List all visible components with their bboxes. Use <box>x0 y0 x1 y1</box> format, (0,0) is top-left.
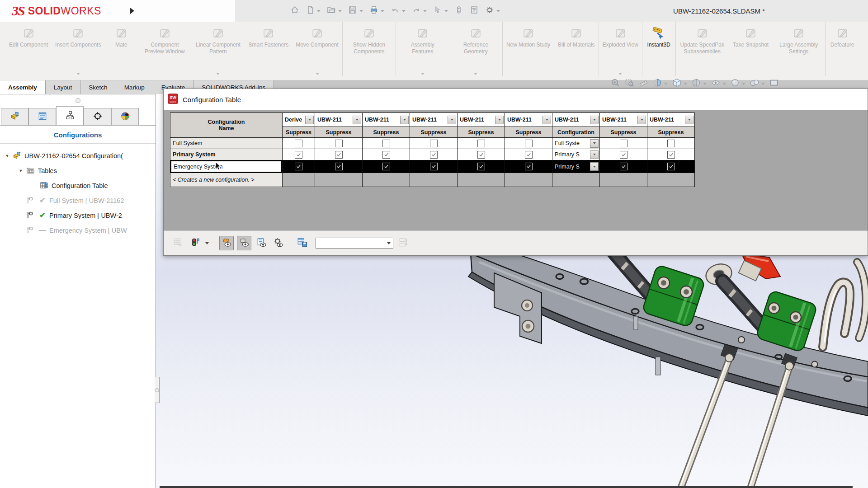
dropdown-button[interactable] <box>590 139 599 148</box>
home-button[interactable] <box>288 4 301 18</box>
config-row-primary-system[interactable]: Primary System <box>170 149 282 160</box>
redo-button[interactable] <box>410 4 429 18</box>
expander-icon[interactable]: ▼ <box>18 169 24 173</box>
ribbon-exploded-view-button[interactable]: Exploded View <box>599 22 642 76</box>
ribbon-insert-components-button[interactable]: Insert Components <box>52 22 104 76</box>
new-configuration-row[interactable]: < Creates a new configuration. > <box>170 173 282 187</box>
open-button[interactable] <box>325 4 344 18</box>
save-table-view-button[interactable] <box>295 236 309 250</box>
dropdown-button[interactable] <box>590 162 599 171</box>
suppress-checkbox[interactable] <box>335 140 343 147</box>
new-document-button[interactable] <box>304 4 322 18</box>
ribbon-move-component-button[interactable]: Move Component <box>292 22 343 76</box>
dropdown-arrow-icon[interactable] <box>402 10 406 12</box>
table-view-combo[interactable] <box>316 238 393 249</box>
dropdown-arrow-icon[interactable] <box>722 83 726 85</box>
ribbon-take-snapshot-button[interactable]: Take Snapshot <box>729 22 772 76</box>
suppress-checkbox[interactable] <box>382 151 390 159</box>
dropdown-arrow-icon[interactable] <box>317 10 321 12</box>
table-settings-button[interactable] <box>271 236 285 250</box>
dropdown-button[interactable] <box>305 116 314 124</box>
column-header-dropdown[interactable]: UBW-211 <box>600 113 647 127</box>
dropdown-arrow-icon[interactable] <box>703 83 707 85</box>
dropdown-button[interactable] <box>685 116 693 124</box>
config-row-full-system[interactable]: Full System <box>170 138 282 149</box>
dropdown-arrow-icon[interactable] <box>444 10 448 12</box>
dropdown-arrow-icon[interactable] <box>423 10 427 12</box>
menu-flyout-arrow[interactable] <box>130 8 134 14</box>
configuration-dropdown-cell[interactable]: Primary S <box>552 160 599 173</box>
section-view-button[interactable] <box>652 78 668 89</box>
zoom-fit-button[interactable] <box>610 78 620 89</box>
suppress-checkbox[interactable] <box>335 151 343 159</box>
featuremanager-tab[interactable] <box>1 108 28 125</box>
chevron-down-icon[interactable] <box>387 242 391 244</box>
chevron-down-icon[interactable] <box>474 73 477 75</box>
column-header-dropdown[interactable]: Derive <box>283 113 315 127</box>
column-header-dropdown[interactable]: UBW-211 <box>647 113 694 127</box>
config-row-emergency-system[interactable]: Emergency System <box>170 160 282 173</box>
column-header-dropdown[interactable]: UBW-211 <box>505 113 552 127</box>
splitter-grip-icon[interactable] <box>75 98 80 103</box>
ribbon-new-motion-study-button[interactable]: New Motion Study <box>503 22 554 76</box>
ribbon-instant3d-button[interactable]: Instant3D <box>642 22 676 76</box>
dropdown-arrow-icon[interactable] <box>664 83 668 85</box>
dropdown-arrow-icon[interactable] <box>338 10 342 12</box>
measure-button[interactable] <box>638 78 648 89</box>
select-button[interactable] <box>431 4 450 18</box>
hide-suppressed-features-toggle[interactable] <box>219 236 234 250</box>
suppress-checkbox[interactable] <box>382 140 390 147</box>
suppress-checkbox[interactable] <box>295 140 302 147</box>
ribbon-mate-button[interactable]: Mate <box>104 22 138 76</box>
dropdown-button[interactable] <box>590 150 599 159</box>
options-button[interactable] <box>483 4 502 18</box>
tree-item-full-system-ubw-21162[interactable]: ✔Full System [ UBW-21162 <box>0 193 156 208</box>
dropdown-arrow-icon[interactable] <box>742 83 745 85</box>
dropdown-arrow-icon[interactable] <box>359 10 363 12</box>
sort-button[interactable] <box>396 236 410 250</box>
view-orientation-button[interactable] <box>672 78 687 89</box>
show-parameters-button[interactable] <box>255 236 268 250</box>
tree-item-ubw-21162-02654-configuration[interactable]: ▼UBW-21162-02654 Configuration( <box>0 148 156 163</box>
configuration-dropdown-cell[interactable]: Full Syste <box>552 138 599 149</box>
suppress-checkbox[interactable] <box>477 163 485 170</box>
column-header-dropdown[interactable]: UBW-211 <box>363 113 410 127</box>
file-properties-button[interactable] <box>468 4 481 18</box>
panel-side-splitter[interactable] <box>155 377 160 403</box>
ribbon-large-assembly-settings-button[interactable]: Large Assembly Settings <box>772 22 826 76</box>
ribbon-component-preview-window-button[interactable]: Component Preview Window <box>138 22 191 76</box>
scene-button[interactable] <box>750 78 765 89</box>
splitter-grip-icon[interactable] <box>155 388 159 392</box>
zoom-area-button[interactable] <box>624 78 634 89</box>
hide-show-button[interactable] <box>711 78 726 89</box>
suppress-checkbox[interactable] <box>430 151 438 159</box>
suppress-checkbox[interactable] <box>667 151 675 159</box>
undo-button[interactable] <box>389 4 407 18</box>
chevron-down-icon[interactable] <box>76 73 80 75</box>
ribbon-update-speedpak-subassemblies-button[interactable]: Update SpeedPak Subassemblies <box>676 22 729 76</box>
appearance-button[interactable] <box>730 78 745 89</box>
camera-rect-button[interactable] <box>769 78 779 89</box>
dialog-title-bar[interactable]: SW2022 Configuration Table <box>164 89 868 110</box>
chevron-down-icon[interactable] <box>316 73 319 75</box>
chevron-down-icon[interactable] <box>618 73 622 75</box>
tab-layout[interactable]: Layout <box>46 80 81 94</box>
dropdown-arrow-icon[interactable] <box>684 83 687 85</box>
suppress-checkbox[interactable] <box>667 140 675 147</box>
ribbon-reference-geometry-button[interactable]: Reference Geometry <box>449 22 503 76</box>
suppress-checkbox[interactable] <box>430 163 438 170</box>
traffic-light-button[interactable] <box>188 236 201 250</box>
dropdown-button[interactable] <box>542 116 551 124</box>
column-header-dropdown[interactable]: UBW-211 <box>315 113 362 127</box>
column-header-dropdown[interactable]: UBW-211 <box>552 113 599 127</box>
suppress-checkbox[interactable] <box>525 151 533 159</box>
rebuild-button[interactable] <box>453 4 465 18</box>
ribbon-assembly-features-button[interactable]: Assembly Features <box>396 22 449 76</box>
dropdown-arrow-icon[interactable] <box>496 10 500 12</box>
dropdown-button[interactable] <box>400 116 409 124</box>
chevron-down-icon[interactable] <box>421 73 425 75</box>
suppress-checkbox[interactable] <box>620 163 627 170</box>
display-style-button[interactable] <box>691 78 707 89</box>
suppress-checkbox[interactable] <box>620 140 627 147</box>
transpose-table-button[interactable] <box>171 236 184 250</box>
